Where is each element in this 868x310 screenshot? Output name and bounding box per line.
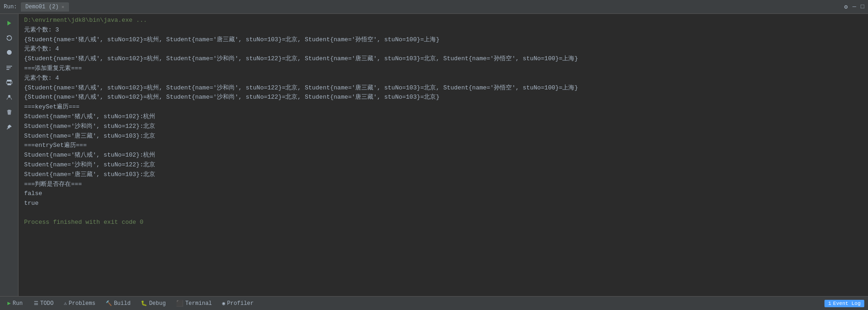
status-tabs: ☰ TODO ⚠ Problems 🔨 Build 🐛 Debug ⬛ Term… bbox=[29, 299, 258, 308]
settings-icon[interactable]: ⚙ bbox=[844, 3, 848, 11]
console-line: Student{name='猪八戒', stuNo=102}:杭州 bbox=[24, 151, 864, 160]
terminal-icon: ⬛ bbox=[176, 300, 183, 307]
console-line: ===keySet遍历=== bbox=[24, 102, 864, 112]
tab-debug-label: Debug bbox=[149, 300, 166, 307]
close-icon[interactable]: ✕ bbox=[62, 4, 64, 10]
console-line: {Student{name='猪八戒', stuNo=102}=杭州, Stud… bbox=[24, 83, 864, 93]
console-line: 元素个数: 3 bbox=[24, 25, 864, 35]
svg-marker-0 bbox=[7, 21, 11, 25]
console-output: D:\envirment\jdk8\bin\java.exe ... 元素个数:… bbox=[19, 14, 868, 296]
event-log-button[interactable]: 1 Event Log bbox=[824, 300, 864, 307]
run-icon: ▶ bbox=[7, 300, 11, 307]
tab-build[interactable]: 🔨 Build bbox=[101, 299, 135, 308]
sort-button[interactable] bbox=[3, 61, 16, 74]
console-line: D:\envirment\jdk8\bin\java.exe ... bbox=[24, 16, 864, 25]
tab-todo[interactable]: ☰ TODO bbox=[29, 299, 58, 308]
console-line: Student{name='唐三藏', stuNo=103}:北京 bbox=[24, 132, 864, 141]
console-empty-line bbox=[24, 209, 864, 218]
console-line: ===entrySet遍历=== bbox=[24, 141, 864, 151]
run-button[interactable]: ▶ Run bbox=[4, 299, 26, 308]
user-button[interactable] bbox=[3, 91, 16, 104]
tab-todo-label: TODO bbox=[40, 300, 54, 307]
event-log-label: Event Log bbox=[833, 301, 861, 306]
run-tab-label: Demo01 (2) bbox=[25, 4, 59, 10]
status-bar: ▶ Run ☰ TODO ⚠ Problems 🔨 Build 🐛 Debug … bbox=[0, 296, 868, 310]
tab-build-label: Build bbox=[114, 300, 131, 307]
run-bar-actions: ⚙ — □ bbox=[844, 3, 864, 11]
main-area: D:\envirment\jdk8\bin\java.exe ... 元素个数:… bbox=[0, 14, 868, 296]
pin-button[interactable] bbox=[3, 120, 16, 133]
console-process-line: Process finished with exit code 0 bbox=[24, 218, 864, 228]
run-bar: Run: Demo01 (2) ✕ ⚙ — □ bbox=[0, 0, 868, 14]
svg-rect-7 bbox=[7, 83, 11, 85]
console-line: Student{name='唐三藏', stuNo=103}:北京 bbox=[24, 170, 864, 180]
status-right: 1 Event Log bbox=[824, 300, 864, 307]
run-tab[interactable]: Demo01 (2) ✕ bbox=[21, 2, 69, 12]
console-line: {Student{name='猪八戒', stuNo=102}=杭州, Stud… bbox=[24, 93, 864, 102]
tab-terminal-label: Terminal bbox=[185, 300, 212, 307]
console-line: {Student{name='猪八戒', stuNo=102}=杭州, Stud… bbox=[24, 35, 864, 45]
console-line: ===判断是否存在=== bbox=[24, 180, 864, 190]
tab-terminal[interactable]: ⬛ Terminal bbox=[171, 299, 217, 308]
play-button[interactable] bbox=[3, 17, 16, 30]
profiler-icon: ◉ bbox=[222, 300, 226, 306]
expand-icon[interactable]: □ bbox=[861, 3, 864, 11]
rerun-button[interactable] bbox=[3, 32, 16, 44]
svg-rect-4 bbox=[6, 69, 9, 70]
console-line: Student{name='沙和尚', stuNo=122}:北京 bbox=[24, 122, 864, 132]
console-line: false bbox=[24, 189, 864, 199]
run-button-label: Run bbox=[13, 300, 23, 307]
tab-problems[interactable]: ⚠ Problems bbox=[59, 299, 100, 308]
console-line: true bbox=[24, 199, 864, 209]
svg-rect-10 bbox=[8, 110, 11, 111]
left-toolbar bbox=[0, 14, 19, 296]
console-line: Student{name='猪八戒', stuNo=102}:杭州 bbox=[24, 112, 864, 122]
console-line: {Student{name='猪八戒', stuNo=102}=杭州, Stud… bbox=[24, 54, 864, 64]
build-icon: 🔨 bbox=[106, 300, 112, 306]
svg-rect-8 bbox=[10, 82, 11, 83]
event-log-badge: 1 bbox=[828, 301, 831, 306]
tab-profiler[interactable]: ◉ Profiler bbox=[218, 299, 258, 308]
tab-problems-label: Problems bbox=[69, 300, 95, 307]
problems-icon: ⚠ bbox=[64, 300, 67, 306]
run-label: Run: bbox=[4, 4, 17, 10]
tab-profiler-label: Profiler bbox=[227, 300, 254, 307]
console-line: Student{name='沙和尚', stuNo=122}:北京 bbox=[24, 160, 864, 170]
console-line: ===添加重复元素=== bbox=[24, 64, 864, 74]
console-line: 元素个数: 4 bbox=[24, 44, 864, 54]
print-button[interactable] bbox=[3, 76, 16, 89]
svg-rect-3 bbox=[6, 68, 11, 69]
tab-debug[interactable]: 🐛 Debug bbox=[136, 299, 170, 308]
svg-rect-2 bbox=[6, 66, 12, 67]
delete-button[interactable] bbox=[3, 106, 16, 119]
svg-point-9 bbox=[8, 95, 10, 97]
todo-icon: ☰ bbox=[34, 300, 38, 306]
stop-button[interactable] bbox=[3, 46, 16, 59]
console-line: 元素个数: 4 bbox=[24, 74, 864, 83]
svg-rect-11 bbox=[7, 111, 12, 111]
debug-icon: 🐛 bbox=[141, 300, 147, 306]
minimize-icon[interactable]: — bbox=[852, 3, 856, 11]
